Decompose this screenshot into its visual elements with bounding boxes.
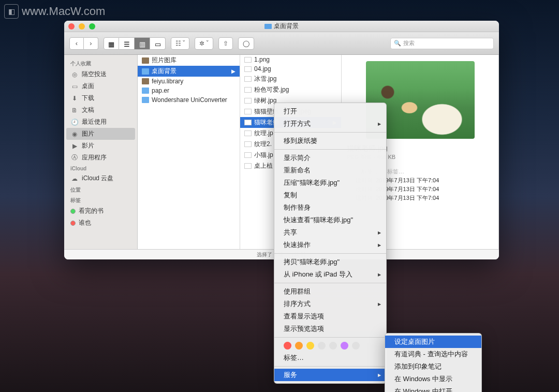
airdrop-icon: ◎	[70, 70, 79, 79]
watermark-icon: ◧	[4, 4, 19, 19]
column-view-button[interactable]: ▥	[135, 37, 150, 50]
menu-item[interactable]: 快速操作	[274, 239, 386, 251]
documents-icon: 🗎	[70, 106, 79, 114]
folder-icon	[264, 24, 272, 29]
column-item[interactable]: feiyu.library	[138, 77, 240, 86]
img-icon	[244, 57, 252, 63]
sidebar-item-desktop[interactable]: ▭桌面	[64, 80, 137, 92]
tag-color-dot[interactable]	[306, 342, 314, 350]
watermark-text: www.MacW.com	[22, 5, 105, 18]
sidebar-item-recents[interactable]: 🕘最近使用	[64, 116, 137, 128]
tags-button[interactable]: ◯	[238, 37, 254, 50]
tag-dot-icon	[70, 221, 76, 226]
menu-separator	[274, 149, 386, 150]
menu-item[interactable]: 重新命名	[274, 164, 386, 177]
menu-item[interactable]: 打开	[274, 105, 386, 118]
menu-item[interactable]: 复制	[274, 189, 386, 201]
tag-color-dot[interactable]	[295, 342, 303, 350]
forward-button[interactable]: ›	[84, 37, 98, 50]
menu-separator	[274, 366, 386, 367]
tag-color-dot[interactable]	[284, 342, 291, 350]
sidebar-item-applications[interactable]: Ⓐ应用程序	[64, 152, 137, 164]
column-item[interactable]: 04.jpg	[240, 64, 341, 74]
applications-icon: Ⓐ	[70, 154, 79, 162]
menu-item[interactable]: 拷贝"猫咪老师.jpg"	[274, 256, 386, 268]
lib-icon	[142, 57, 149, 64]
share-button[interactable]: ⇧	[218, 37, 233, 50]
menu-item[interactable]: 共享	[274, 226, 386, 239]
maximize-button[interactable]	[89, 23, 95, 30]
sidebar: 个人收藏 ◎隔空投送 ▭桌面 ⬇下载 🗎文稿 🕘最近使用 ◉图片 ▶影片 Ⓐ应用…	[64, 55, 138, 249]
search-placeholder: 搜索	[403, 39, 415, 47]
column-item[interactable]: pap.er	[138, 86, 240, 95]
menu-item[interactable]: 显示预览选项	[274, 323, 386, 335]
menu-item[interactable]: 快速查看"猫咪老师.jpg"	[274, 214, 386, 226]
img-icon	[244, 130, 252, 136]
sidebar-item-documents[interactable]: 🗎文稿	[64, 104, 137, 116]
menu-item[interactable]: 标签…	[274, 352, 386, 364]
lib-icon	[142, 78, 149, 84]
menu-item[interactable]: 使用群组	[274, 285, 386, 298]
sidebar-item-airdrop[interactable]: ◎隔空投送	[64, 68, 137, 80]
column-item[interactable]: 桌面背景▶	[138, 66, 240, 77]
img-icon	[244, 152, 252, 158]
tag-color-dot[interactable]	[341, 342, 348, 350]
sidebar-item-pictures[interactable]: ◉图片	[66, 128, 135, 140]
img-icon	[244, 98, 252, 104]
menu-item[interactable]: 显示简介	[274, 152, 386, 164]
services-submenu[interactable]: 设定桌面图片有道词典 - 查询选中内容添加到印象笔记在 Windows 中显示在…	[385, 333, 482, 392]
img-icon	[244, 163, 252, 169]
menu-item[interactable]: 移到废纸篓	[274, 135, 386, 147]
menu-item[interactable]: 从 iPhone 或 iPad 导入	[274, 268, 386, 281]
column-item[interactable]: 粉色可爱.jpg	[240, 84, 341, 95]
sidebar-tag-2[interactable]: 谁也	[64, 217, 137, 229]
menu-item[interactable]: 打开方式	[274, 118, 386, 130]
watermark: ◧ www.MacW.com	[4, 4, 105, 19]
tag-color-dot[interactable]	[318, 342, 326, 350]
context-menu[interactable]: 打开打开方式移到废纸篓显示简介重新命名压缩"猫咪老师.jpg"复制制作替身快速查…	[274, 103, 387, 384]
menu-item[interactable]: 制作替身	[274, 201, 386, 214]
folder-icon	[142, 68, 149, 75]
action-button[interactable]: ✲ ˇ	[195, 37, 213, 50]
search-input[interactable]: 🔍 搜索	[390, 38, 494, 49]
menu-separator	[274, 337, 386, 338]
menu-item[interactable]: 查看显示选项	[274, 310, 386, 323]
sidebar-header-tags: 标签	[64, 195, 137, 205]
list-view-button[interactable]: ☰	[119, 37, 135, 50]
menu-item[interactable]: 排序方式	[274, 298, 386, 310]
back-button[interactable]: ‹	[69, 37, 84, 50]
menu-item[interactable]: 服务	[274, 369, 386, 381]
sidebar-item-icloud-drive[interactable]: ☁iCloud 云盘	[64, 172, 137, 184]
column-item[interactable]: 冰雪.jpg	[240, 74, 341, 84]
icon-view-button[interactable]: ▦	[104, 37, 119, 50]
column-item[interactable]: 1.png	[240, 55, 341, 64]
sidebar-item-movies[interactable]: ▶影片	[64, 140, 137, 152]
column-item[interactable]: Wondershare UniConverter	[138, 95, 240, 105]
close-button[interactable]	[68, 23, 75, 30]
sidebar-tag-1[interactable]: 看完的书	[64, 205, 137, 217]
submenu-item[interactable]: 设定桌面图片	[385, 336, 481, 348]
minimize-button[interactable]	[79, 23, 85, 30]
img-icon	[244, 87, 252, 93]
group-button[interactable]: ☷ ˇ	[171, 37, 189, 50]
titlebar[interactable]: 桌面背景	[64, 21, 499, 32]
tag-color-dot[interactable]	[352, 342, 360, 350]
gallery-view-button[interactable]: ▭	[150, 37, 166, 50]
submenu-item[interactable]: 添加到印象笔记	[385, 360, 481, 373]
folder-icon	[142, 88, 149, 94]
sidebar-header-locations: 位置	[64, 184, 137, 195]
submenu-item[interactable]: 有道词典 - 查询选中内容	[385, 348, 481, 360]
sidebar-header-icloud: iCloud	[64, 164, 137, 172]
column-1: 照片图库桌面背景▶feiyu.librarypap.erWondershare …	[138, 55, 240, 249]
menu-separator	[274, 283, 386, 283]
sidebar-header-favorites: 个人收藏	[64, 58, 137, 68]
menu-tag-row	[274, 340, 386, 352]
img-icon	[244, 120, 252, 125]
submenu-item[interactable]: 在 Windows 中显示	[385, 373, 481, 385]
tag-color-dot[interactable]	[329, 342, 337, 350]
sidebar-item-downloads[interactable]: ⬇下载	[64, 92, 137, 104]
column-item[interactable]: 照片图库	[138, 55, 240, 66]
menu-item[interactable]: 压缩"猫咪老师.jpg"	[274, 177, 386, 189]
pictures-icon: ◉	[70, 130, 79, 138]
submenu-item[interactable]: 在 Windows 中打开	[385, 385, 481, 392]
